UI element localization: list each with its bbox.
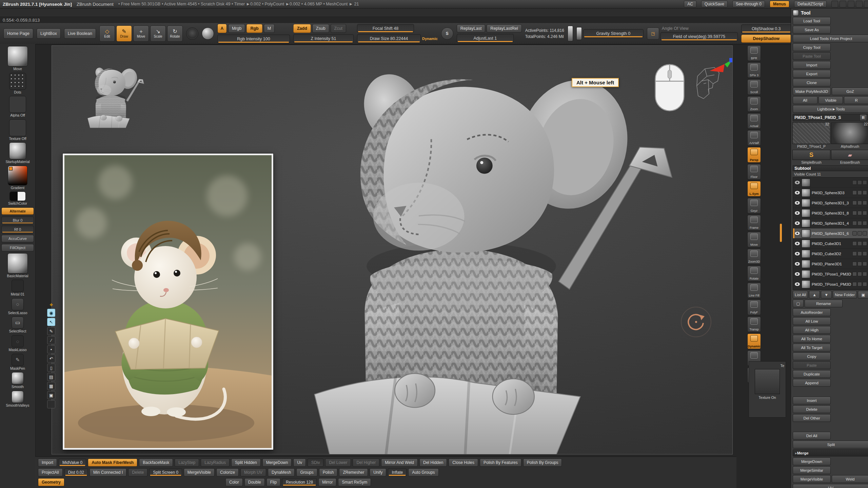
tool-panel-button[interactable]: Load Tools From Project xyxy=(793,35,868,42)
obj-shadow-slider[interactable]: ObjShadow 0.3 xyxy=(741,24,791,33)
left-tray-item[interactable]: Gradient xyxy=(1,166,34,190)
subtool-uv-toggle-icon[interactable] xyxy=(863,221,867,225)
replay-last-rel-button[interactable]: ReplayLastRel xyxy=(487,24,521,33)
visibility-eye-icon[interactable] xyxy=(794,190,800,195)
quick-pick-item[interactable]: 22 AlphaBrush xyxy=(831,122,868,148)
left-tray-item[interactable]: StartupMaterial xyxy=(1,142,34,164)
subtool-sculpt-toggle-icon[interactable] xyxy=(852,211,857,215)
right-shelf-button[interactable]: SPix 3 xyxy=(747,62,761,78)
bottom-tray-button[interactable]: Polish By Groups xyxy=(523,459,562,467)
tool-panel-button[interactable]: Visible xyxy=(818,96,843,104)
replay-last-button[interactable]: ReplayLast xyxy=(457,24,486,33)
subtool-uv-toggle-icon[interactable] xyxy=(863,180,867,185)
rotate-mode-button[interactable]: ↻ Rotate xyxy=(167,25,183,42)
visibility-eye-icon[interactable] xyxy=(794,262,800,266)
visibility-eye-icon[interactable] xyxy=(794,231,800,236)
bottom-tray-tab[interactable]: Smart ReSym xyxy=(338,478,371,486)
left-tray-item[interactable]: Alternate xyxy=(1,207,34,215)
right-shelf-button[interactable]: Actual xyxy=(747,113,761,129)
see-through-slider[interactable]: See-through 0 xyxy=(732,1,765,7)
grid-icon[interactable]: ▦ xyxy=(47,382,55,390)
subtool-button[interactable]: All To Home xyxy=(793,335,831,343)
tool-panel-button[interactable]: All xyxy=(793,96,817,104)
move-mode-button[interactable]: ＋ Move xyxy=(133,25,149,42)
subtool-sculpt-toggle-icon[interactable] xyxy=(852,221,857,225)
subtool-paint-toggle-icon[interactable] xyxy=(857,272,862,276)
subtool-sculpt-toggle-icon[interactable] xyxy=(852,241,857,246)
title-bar-icon[interactable] xyxy=(831,1,838,7)
bottom-tray-button[interactable]: SDiv xyxy=(308,459,323,467)
subtool-button[interactable]: New Folder xyxy=(833,291,857,299)
right-shelf-button[interactable]: Dynamic xyxy=(747,333,761,349)
subtool-button[interactable]: Insert xyxy=(793,396,831,404)
bottom-tray-button[interactable]: Del Hidden xyxy=(419,459,447,467)
pin-icon[interactable]: ⌖ xyxy=(47,302,55,308)
tool-panel-button[interactable]: GoZ xyxy=(832,87,868,95)
palette-icon[interactable] xyxy=(47,400,55,408)
left-tray-item[interactable]: Metal 01 xyxy=(1,280,34,297)
bottom-tray-button[interactable]: ZRemesher xyxy=(339,468,368,476)
clipboard-icon[interactable]: ▣ xyxy=(47,391,55,399)
bottom-tray-button[interactable]: Delete xyxy=(128,468,147,476)
bottom-tray-button[interactable]: Uv xyxy=(293,459,306,467)
bottom-tray-button[interactable]: MergeDown xyxy=(262,459,292,467)
printer-icon[interactable]: ▤ xyxy=(47,373,55,381)
subtool-row[interactable] xyxy=(793,178,868,188)
subtool-button[interactable]: ▢ xyxy=(793,300,804,307)
subtool-paint-toggle-icon[interactable] xyxy=(857,221,862,225)
bottom-tray-button[interactable]: ProjectAll xyxy=(38,468,63,476)
quick-pick-item[interactable]: 22 PM3D_TPose1_P xyxy=(793,122,830,148)
zcut-button[interactable]: Zcut xyxy=(331,24,346,33)
subtool-button[interactable]: Rename xyxy=(805,300,843,307)
left-tray-item[interactable]: MaskLasso xyxy=(1,335,34,352)
bottom-tray-button[interactable]: DynaMesh xyxy=(268,468,295,476)
subtool-button[interactable]: MergeSimilar xyxy=(793,466,831,474)
dynamic-toggle[interactable]: Dynamic xyxy=(422,37,438,41)
subtool-button[interactable]: ▲ xyxy=(809,291,820,299)
bottom-tray-button[interactable]: Polish By Features xyxy=(480,459,521,467)
right-shelf-button[interactable]: BPR xyxy=(747,45,761,61)
subtool-row[interactable]: PM3D_Cube3D2 xyxy=(793,249,868,259)
subtool-uv-toggle-icon[interactable] xyxy=(863,190,867,195)
bottom-tray-button[interactable]: Split Hidden xyxy=(231,459,261,467)
field-of-view-slider[interactable]: Field of view(deg) 39.59775 xyxy=(660,32,738,41)
left-tray-item[interactable]: Dots xyxy=(1,73,34,95)
left-tray-item[interactable]: Blur 0 xyxy=(1,217,34,224)
left-tray-item[interactable]: SelectRect xyxy=(1,317,34,333)
subtool-button[interactable]: MergeVisible xyxy=(793,475,831,483)
mrgb-button[interactable]: Mrgb xyxy=(228,24,245,33)
subtool-row[interactable]: PM3D_Plane3D1 xyxy=(793,259,868,269)
subtool-sculpt-toggle-icon[interactable] xyxy=(852,201,857,205)
right-shelf-button[interactable]: Frame xyxy=(747,215,761,230)
tool-panel-button[interactable]: Make PolyMesh3D xyxy=(793,87,831,95)
subtool-sculpt-toggle-icon[interactable] xyxy=(852,231,857,236)
right-shelf-button[interactable]: Line Fill xyxy=(747,283,761,298)
undo-icon[interactable]: ↶ xyxy=(47,354,55,363)
visibility-eye-icon[interactable] xyxy=(794,221,800,225)
right-shelf-button[interactable]: Move xyxy=(747,232,761,247)
knife-icon[interactable]: ∕ xyxy=(47,336,55,344)
subtool-button[interactable]: Paste xyxy=(793,361,831,369)
zadd-button[interactable]: Zadd xyxy=(293,24,311,33)
lightbox-button[interactable]: LightBox xyxy=(37,28,61,39)
bottom-tray-button[interactable]: Del Lower xyxy=(325,459,351,467)
eye-icon[interactable]: ◉ xyxy=(47,309,55,317)
sculptris-pro-button[interactable]: S xyxy=(441,27,453,40)
left-tray-item[interactable]: Texture Off xyxy=(1,119,34,141)
right-shelf-button[interactable]: Persp xyxy=(747,147,761,163)
right-shelf-button[interactable]: Zoom3D xyxy=(747,249,761,264)
subtool-uv-toggle-icon[interactable] xyxy=(863,282,867,286)
right-shelf-button[interactable]: Zoom xyxy=(747,96,761,112)
right-shelf-button[interactable]: Rotate xyxy=(747,266,761,281)
bottom-tray-button[interactable]: Unify xyxy=(370,468,386,476)
bottom-tray-button[interactable]: Min Connected I xyxy=(90,468,126,476)
bottom-tray-button[interactable]: Auto Groups xyxy=(408,468,438,476)
draw-mode-button[interactable]: ✎ Draw xyxy=(116,25,132,42)
subtool-button[interactable]: Merge xyxy=(793,449,868,456)
subtool-button[interactable]: Append xyxy=(793,379,831,387)
subtool-uv-toggle-icon[interactable] xyxy=(863,231,867,236)
visibility-eye-icon[interactable] xyxy=(794,241,800,246)
zsub-button[interactable]: Zsub xyxy=(312,24,329,33)
subtool-button[interactable]: Delete xyxy=(793,405,831,413)
subtool-row[interactable]: PM3D_Sphere3D1_8 xyxy=(793,208,868,218)
